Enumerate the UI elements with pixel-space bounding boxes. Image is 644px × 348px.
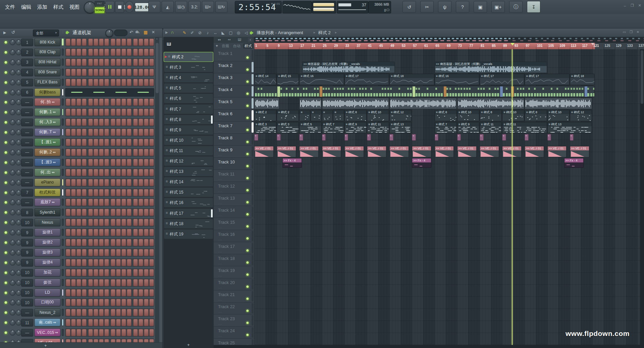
pat6-clip[interactable]: ≡ 样式 2	[277, 110, 299, 121]
step-button[interactable]	[133, 179, 138, 186]
step-button[interactable]	[144, 259, 149, 266]
channel-select-strip[interactable]	[62, 39, 64, 46]
pat6-clip[interactable]: ≡	[333, 110, 344, 121]
step-button[interactable]	[116, 269, 121, 276]
step-button[interactable]	[99, 319, 104, 326]
step-button[interactable]	[99, 249, 104, 256]
step-button[interactable]	[133, 129, 138, 136]
step-button[interactable]	[76, 109, 81, 116]
fx-clip[interactable]: »» Fx - 4	[412, 158, 431, 168]
channel-pan-knob[interactable]	[10, 90, 15, 95]
step-button[interactable]	[149, 319, 154, 326]
track-enable-led[interactable]	[246, 297, 249, 300]
undo-icon[interactable]: ↺	[402, 1, 416, 13]
channel-enable-led[interactable]	[4, 321, 8, 325]
channel-volume-knob[interactable]	[16, 110, 21, 115]
step-button[interactable]	[99, 179, 104, 186]
step-button[interactable]	[94, 169, 98, 176]
step-button[interactable]	[88, 239, 93, 246]
step-button[interactable]	[116, 209, 121, 216]
step-button[interactable]	[71, 299, 76, 306]
pat7-clip[interactable]: ≡ 样式 13	[547, 122, 592, 133]
track-header[interactable]: Track 10‥‥	[214, 158, 254, 170]
channel-button[interactable]: 何..拍↭	[35, 98, 60, 106]
help-icon[interactable]: ?	[456, 1, 469, 13]
picker-tab-3[interactable]: 样式	[243, 44, 253, 49]
mini-clip[interactable]: »	[344, 134, 348, 141]
channel-select-strip[interactable]	[62, 289, 64, 296]
mini-clip[interactable]: »	[389, 134, 393, 141]
step-button[interactable]	[94, 299, 98, 306]
step-button[interactable]	[144, 59, 149, 66]
track-header[interactable]: Track 22‥‥	[214, 302, 254, 315]
step-button[interactable]	[88, 299, 93, 306]
step-button[interactable]	[71, 149, 76, 156]
pat7-clip[interactable]: ≡ 样式 13	[389, 122, 412, 133]
channel-pan-knob[interactable]	[10, 250, 15, 256]
step-button[interactable]	[127, 199, 131, 206]
pattern-list-item[interactable]: ≡样式 7	[164, 105, 213, 114]
step-button[interactable]	[76, 49, 81, 56]
countdown-icon[interactable]: 3.2:	[189, 1, 201, 13]
step-button[interactable]	[116, 39, 121, 46]
track-enable-led[interactable]	[246, 140, 249, 144]
track-enable-led[interactable]	[246, 213, 249, 216]
step-button[interactable]	[116, 49, 121, 56]
step-button[interactable]	[144, 69, 149, 76]
track-header[interactable]: Track 19‥‥	[214, 266, 254, 278]
pattern-list-item[interactable]: ≡样式 14	[164, 177, 213, 187]
channel-select-strip[interactable]	[62, 149, 64, 156]
wave-clip[interactable]	[299, 98, 321, 109]
step-button[interactable]	[111, 329, 115, 336]
channel-enable-led[interactable]	[4, 51, 8, 54]
step-button[interactable]	[111, 309, 115, 316]
step-button[interactable]	[76, 189, 81, 196]
step-button[interactable]	[71, 199, 76, 206]
track-header[interactable]: Track 6‥‥	[214, 110, 254, 122]
step-button[interactable]	[133, 279, 138, 286]
track-enable-led[interactable]	[246, 80, 249, 83]
pattern-list-item[interactable]: ≡样式 11	[164, 146, 213, 155]
step-button[interactable]	[111, 219, 115, 226]
mixer-track-number[interactable]: —	[21, 159, 33, 166]
track-header[interactable]: Track 23‥‥	[214, 315, 254, 327]
channel-button[interactable]: 旋律4	[35, 259, 60, 266]
step-button[interactable]	[121, 199, 126, 206]
pat6-clip[interactable]: ≡ 样式 8	[435, 110, 457, 121]
wait-for-input-icon[interactable]: Ш◷	[175, 1, 187, 13]
channel-pan-knob[interactable]	[10, 150, 15, 155]
step-button[interactable]	[144, 189, 149, 196]
step-button[interactable]	[76, 249, 81, 256]
channel-enable-led[interactable]	[4, 231, 8, 234]
mini-clip[interactable]: »	[480, 134, 484, 141]
automation-filter-icon[interactable]: ∾	[228, 38, 231, 42]
channel-button[interactable]: VEC..015↭	[35, 329, 60, 336]
step-button[interactable]	[88, 209, 93, 216]
pat7-clip[interactable]: ≡ 样式 5	[299, 122, 321, 133]
channel-button[interactable]: 【..渡3↭	[35, 158, 60, 166]
paint-tool[interactable]: ✐	[189, 30, 196, 36]
pat6-clip[interactable]: ≡ 样式 2	[254, 110, 276, 121]
step-button[interactable]	[139, 119, 143, 126]
step-button[interactable]	[127, 269, 131, 276]
step-button[interactable]	[82, 169, 87, 176]
step-button[interactable]	[99, 209, 104, 216]
channel-pan-knob[interactable]	[10, 330, 15, 336]
rack-graph-icon[interactable]: ılı.	[136, 30, 140, 34]
channel-select-strip[interactable]	[62, 59, 64, 66]
step-button[interactable]	[111, 189, 115, 196]
step-button[interactable]	[94, 69, 98, 76]
step-button[interactable]	[88, 199, 93, 206]
channel-enable-led[interactable]	[4, 281, 8, 285]
step-button[interactable]	[99, 129, 104, 136]
step-button[interactable]	[88, 59, 93, 66]
ve-clip[interactable]: »» VE..r 01	[389, 146, 409, 157]
channel-enable-led[interactable]	[4, 331, 8, 335]
step-button[interactable]	[66, 59, 70, 66]
step-button[interactable]	[99, 269, 104, 276]
step-button[interactable]	[88, 49, 93, 56]
channel-pan-knob[interactable]	[10, 170, 15, 176]
mixer-track-number[interactable]: 10	[21, 279, 33, 287]
wave-clip[interactable]	[525, 98, 592, 109]
mini-clip[interactable]: »	[502, 134, 506, 141]
